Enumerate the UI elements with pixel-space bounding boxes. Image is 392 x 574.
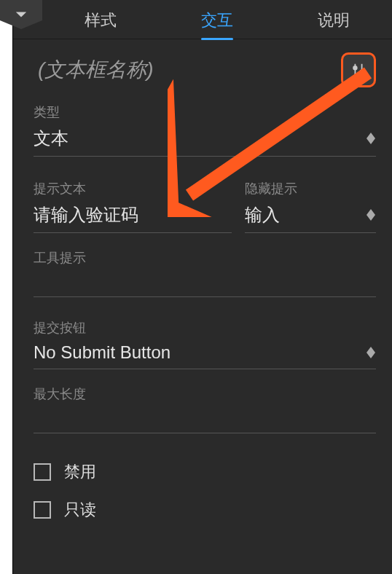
title-row: (文本框名称): [13, 39, 392, 96]
chevron-down-icon: [15, 10, 28, 19]
label-hint-text: 提示文本: [34, 180, 232, 197]
type-value: 文本: [34, 127, 68, 150]
hint-text-value: 请输入验证码: [34, 203, 138, 227]
disabled-label: 禁用: [64, 461, 96, 483]
type-select[interactable]: 文本: [34, 122, 376, 157]
label-type: 类型: [34, 103, 376, 121]
hide-hint-value: 输入: [245, 203, 280, 227]
svg-point-3: [360, 70, 364, 74]
submit-select[interactable]: No Submit Button: [34, 338, 376, 369]
readonly-label: 只读: [64, 499, 96, 521]
readonly-checkbox[interactable]: 只读: [34, 499, 376, 521]
updown-icon: [366, 347, 376, 358]
canvas-gutter: [0, 0, 13, 574]
tab-style[interactable]: 样式: [70, 1, 131, 39]
label-hide-hint: 隐藏提示: [245, 180, 376, 197]
sliders-icon: [350, 62, 366, 78]
label-maxlen: 最大长度: [34, 385, 376, 403]
maxlen-input[interactable]: [34, 404, 376, 433]
disabled-checkbox[interactable]: 禁用: [34, 461, 376, 483]
updown-icon: [366, 133, 376, 144]
submit-value: No Submit Button: [34, 342, 170, 363]
properties-toggle-button[interactable]: [341, 52, 376, 87]
checkbox-box: [34, 463, 51, 481]
widget-name-placeholder[interactable]: (文本框名称): [38, 56, 154, 84]
updown-icon: [366, 209, 376, 221]
tab-interaction[interactable]: 交互: [187, 1, 248, 39]
hint-text-input[interactable]: 请输入验证码: [34, 199, 232, 233]
tab-bar: 样式 交互 说明: [13, 0, 392, 39]
inspector-panel: 样式 交互 说明 (文本框名称) 类型 文本 提示文本: [13, 0, 392, 574]
svg-point-2: [353, 66, 357, 70]
checkbox-box: [34, 501, 51, 519]
tab-notes[interactable]: 说明: [303, 1, 364, 39]
label-tooltip: 工具提示: [34, 249, 376, 267]
tooltip-input[interactable]: [34, 268, 376, 297]
label-submit: 提交按钮: [34, 319, 376, 337]
hide-hint-select[interactable]: 输入: [245, 199, 376, 233]
